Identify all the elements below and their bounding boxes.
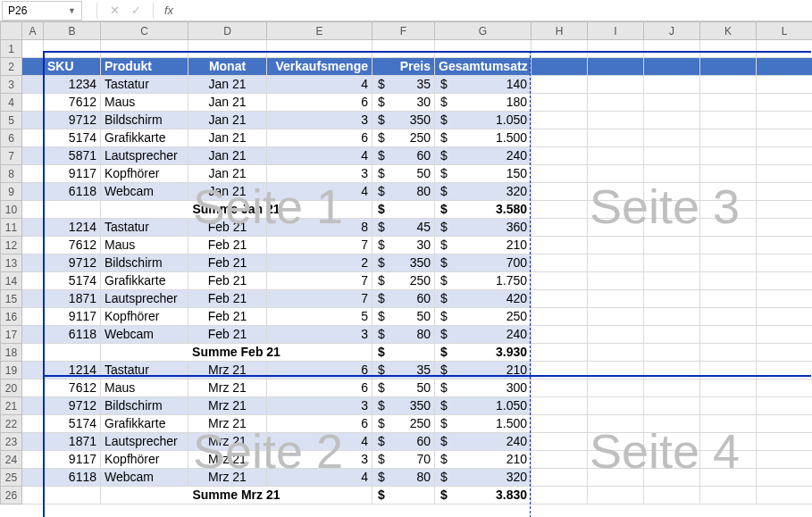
cell[interactable]: 7	[267, 272, 373, 290]
cell[interactable]: $1.050	[435, 397, 532, 415]
cell[interactable]	[644, 469, 700, 487]
col-header[interactable]: C	[101, 22, 188, 40]
cell[interactable]	[44, 487, 101, 504]
cell[interactable]	[373, 40, 435, 58]
cell[interactable]	[757, 344, 813, 362]
cell[interactable]	[644, 272, 700, 290]
cell[interactable]	[700, 58, 757, 76]
cell[interactable]	[700, 94, 757, 112]
cell[interactable]: Jan 21	[188, 165, 267, 183]
cell[interactable]	[757, 183, 813, 201]
cell[interactable]	[532, 129, 588, 147]
cell[interactable]: Webcam	[101, 326, 188, 344]
row-header[interactable]: 24	[1, 451, 22, 469]
cell[interactable]	[532, 254, 588, 272]
cell[interactable]	[644, 165, 700, 183]
cell[interactable]	[588, 487, 644, 504]
cell[interactable]	[644, 58, 700, 76]
cell[interactable]	[644, 451, 700, 469]
row-header[interactable]: 6	[1, 129, 22, 147]
cell[interactable]	[588, 272, 644, 290]
cell[interactable]: Feb 21	[188, 308, 267, 326]
cell[interactable]	[22, 379, 44, 397]
cell[interactable]	[532, 290, 588, 308]
cell[interactable]	[22, 237, 44, 254]
cell[interactable]	[757, 451, 813, 469]
cell[interactable]: Mrz 21	[188, 397, 267, 415]
col-header[interactable]: J	[644, 22, 700, 40]
cell[interactable]	[700, 201, 757, 219]
cell[interactable]: 3	[267, 451, 373, 469]
cell[interactable]: $80	[373, 183, 435, 201]
cell[interactable]	[700, 219, 757, 237]
cell[interactable]: 4	[267, 433, 373, 451]
cell[interactable]	[700, 379, 757, 397]
cell[interactable]: $80	[373, 469, 435, 487]
cell[interactable]	[532, 183, 588, 201]
cell[interactable]	[588, 40, 644, 58]
cell[interactable]: $700	[435, 254, 532, 272]
cell[interactable]: Summe Jan 21	[101, 201, 373, 219]
cell[interactable]: 4	[267, 147, 373, 165]
cell[interactable]	[22, 451, 44, 469]
cell[interactable]	[588, 308, 644, 326]
cell[interactable]	[700, 433, 757, 451]
row-header[interactable]: 11	[1, 219, 22, 237]
cell[interactable]: $50	[373, 165, 435, 183]
cell[interactable]: $1.500	[435, 129, 532, 147]
cell[interactable]	[22, 112, 44, 129]
cell[interactable]	[588, 201, 644, 219]
cell[interactable]	[644, 308, 700, 326]
cell[interactable]	[267, 40, 373, 58]
row-header[interactable]: 1	[1, 40, 22, 58]
cell[interactable]: Monat	[188, 58, 267, 76]
cell[interactable]: Feb 21	[188, 237, 267, 254]
cell[interactable]: Bildschirm	[101, 254, 188, 272]
cell[interactable]: $1.500	[435, 415, 532, 433]
row-header[interactable]: 3	[1, 76, 22, 94]
cell[interactable]: Summe Mrz 21	[101, 487, 373, 504]
cell[interactable]: 5174	[44, 272, 101, 290]
confirm-icon[interactable]: ✓	[130, 4, 142, 17]
cell[interactable]	[588, 76, 644, 94]
cell[interactable]: $50	[373, 379, 435, 397]
cell[interactable]	[588, 58, 644, 76]
cell[interactable]	[532, 147, 588, 165]
cell[interactable]	[532, 219, 588, 237]
cell[interactable]	[22, 165, 44, 183]
cell[interactable]: 1214	[44, 219, 101, 237]
cell[interactable]	[757, 308, 813, 326]
cell[interactable]: Lautsprecher	[101, 433, 188, 451]
cell[interactable]	[532, 433, 588, 451]
cell[interactable]: 4	[267, 183, 373, 201]
row-header[interactable]: 13	[1, 254, 22, 272]
cell[interactable]: $	[373, 344, 435, 362]
cell[interactable]	[700, 415, 757, 433]
cell[interactable]	[532, 308, 588, 326]
cell[interactable]	[700, 272, 757, 290]
cell[interactable]	[532, 94, 588, 112]
row-header[interactable]: 5	[1, 112, 22, 129]
cell[interactable]: $1.050	[435, 112, 532, 129]
cell[interactable]: 6118	[44, 326, 101, 344]
col-header[interactable]: A	[22, 22, 44, 40]
cell[interactable]	[757, 237, 813, 254]
cell[interactable]	[757, 290, 813, 308]
cell[interactable]: Summe Feb 21	[101, 344, 373, 362]
cell[interactable]: $240	[435, 326, 532, 344]
cell[interactable]: Webcam	[101, 469, 188, 487]
cell[interactable]: 3	[267, 165, 373, 183]
cell[interactable]	[22, 469, 44, 487]
cell[interactable]	[44, 201, 101, 219]
cell[interactable]: $140	[435, 76, 532, 94]
cell[interactable]: Mrz 21	[188, 469, 267, 487]
cell[interactable]: Kopfhörer	[101, 451, 188, 469]
row-header[interactable]: 17	[1, 326, 22, 344]
cancel-icon[interactable]: ✕	[108, 4, 121, 17]
cell[interactable]	[644, 219, 700, 237]
cell[interactable]	[700, 344, 757, 362]
cell[interactable]	[757, 165, 813, 183]
cell[interactable]	[588, 379, 644, 397]
cell[interactable]	[588, 237, 644, 254]
col-header[interactable]: B	[44, 22, 101, 40]
